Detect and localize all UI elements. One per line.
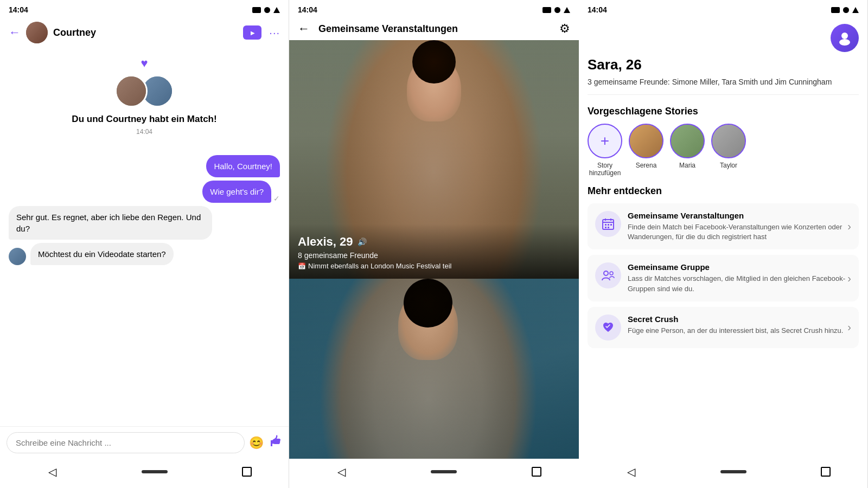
sara-name: Sara, 26: [588, 56, 859, 73]
nav-bar-3: ◁: [579, 459, 867, 488]
story-item-serena[interactable]: Serena: [629, 124, 663, 177]
add-story-avatar: +: [588, 124, 622, 158]
profile-card-2[interactable]: [289, 279, 579, 459]
discover-panel: 14:04 Sara, 26 3 gemeinsame Freunde: Sim…: [579, 0, 868, 488]
message-input[interactable]: [7, 432, 245, 453]
serena-avatar: [629, 124, 663, 158]
serena-label: Serena: [636, 162, 657, 169]
crush-card-content: Secret Crush Füge eine Person, an der du…: [628, 314, 847, 336]
wifi-icon: [273, 7, 280, 13]
message-row: Hallo, Courtney!: [9, 155, 280, 177]
story-item-taylor[interactable]: Taylor: [711, 124, 746, 177]
stories-row: + Story hinzufügen Serena Maria Taylor: [579, 124, 867, 185]
nav-back-3[interactable]: ◁: [616, 463, 646, 480]
match-text: Du und Courtney habt ein Match!: [72, 114, 216, 125]
events-card-arrow: ›: [847, 220, 851, 233]
profile-preview-row: [588, 24, 859, 52]
nav-recents-3[interactable]: [821, 467, 831, 477]
message-row: Möchtest du ein Videodate starten?: [9, 243, 280, 265]
discover-card-crush[interactable]: Secret Crush Füge eine Person, an der du…: [588, 307, 859, 348]
status-bar-3: 14:04: [579, 0, 867, 17]
svg-point-0: [841, 33, 848, 39]
wifi-icon-3: [852, 7, 859, 13]
events-card-desc: Finde dein Match bei Facebook-Veranstalt…: [628, 222, 847, 242]
discover-section-title: Mehr entdecken: [579, 185, 867, 197]
messages-container: Hallo, Courtney! Wie geht's dir? ✓ Sehr …: [9, 155, 280, 265]
signal-icon-3: [843, 7, 849, 13]
contact-avatar: [26, 22, 48, 43]
profile-name: Alexis, 29 🔊: [298, 235, 570, 249]
svg-point-11: [604, 271, 608, 275]
discover-card-events[interactable]: Gemeinsame Veranstaltungen Finde dein Ma…: [588, 203, 859, 249]
profile-cards-container: Alexis, 29 🔊 8 gemeinsame Freunde 📅 Nimm…: [289, 40, 579, 459]
wifi-icon-2: [564, 7, 570, 13]
status-bar-2: 14:04: [289, 0, 579, 17]
group-icon: [595, 262, 621, 288]
discover-card-group[interactable]: Gemeinsame Gruppe Lass dir Matches vorsc…: [588, 255, 859, 301]
message-status: ✓: [273, 194, 280, 203]
nav-home-2[interactable]: [431, 470, 457, 473]
nav-home-3[interactable]: [720, 470, 746, 473]
sender-avatar: [9, 248, 26, 265]
nav-recents-2[interactable]: [532, 467, 541, 477]
message-row: Wie geht's dir? ✓: [9, 181, 280, 203]
nav-bar-1: ◁: [0, 459, 289, 488]
match-avatars: [115, 75, 174, 107]
svg-point-12: [610, 272, 613, 275]
status-bar-1: 14:04: [0, 0, 289, 17]
profile-friends: 8 gemeinsame Freunde: [298, 251, 570, 260]
crush-card-arrow: ›: [847, 321, 851, 333]
maria-avatar: [670, 124, 705, 158]
battery-icon: [252, 7, 261, 13]
match-heart-icon: ♥: [141, 56, 148, 70]
maria-label: Maria: [679, 162, 695, 169]
events-panel: 14:04 ← Gemeinsame Veranstaltungen ⚙ Ale…: [289, 0, 579, 488]
back-button[interactable]: ←: [9, 25, 21, 40]
story-item-maria[interactable]: Maria: [670, 124, 705, 177]
discover-list: Gemeinsame Veranstaltungen Finde dein Ma…: [579, 203, 867, 459]
group-card-content: Gemeinsame Gruppe Lass dir Matches vorsc…: [628, 262, 847, 293]
crush-card-title: Secret Crush: [628, 314, 847, 324]
calendar-icon: 📅: [298, 262, 306, 270]
message-row: Sehr gut. Es regnet, aber ich liebe den …: [9, 206, 280, 240]
like-button[interactable]: [268, 434, 282, 452]
settings-icon[interactable]: ⚙: [559, 22, 570, 36]
voice-icon: 🔊: [358, 237, 367, 246]
svg-rect-8: [610, 224, 612, 226]
nav-back-2[interactable]: ◁: [327, 463, 356, 480]
events-card-title: Gemeinsame Veranstaltungen: [628, 211, 847, 220]
status-icons-1: [252, 7, 280, 13]
nav-back-1[interactable]: ◁: [37, 463, 67, 480]
my-avatar: [115, 75, 148, 107]
signal-icon-2: [554, 7, 560, 13]
chat-panel: 14:04 ← Courtney ··· ♥: [0, 0, 289, 488]
battery-icon-2: [542, 7, 551, 13]
discover-header-area: Sara, 26 3 gemeinsame Freunde: Simone Mi…: [579, 17, 867, 106]
group-card-arrow: ›: [847, 272, 851, 285]
events-title: Gemeinsame Veranstaltungen: [318, 23, 559, 35]
svg-rect-6: [605, 224, 607, 226]
events-back-button[interactable]: ←: [298, 22, 310, 36]
group-card-title: Gemeinsame Gruppe: [628, 262, 847, 272]
crush-card-desc: Füge eine Person, an der du interessiert…: [628, 326, 847, 336]
message-bubble: Wie geht's dir?: [202, 181, 271, 203]
contact-name: Courtney: [53, 27, 243, 38]
status-icons-2: [542, 7, 570, 13]
profile-card-alexis[interactable]: Alexis, 29 🔊 8 gemeinsame Freunde 📅 Nimm…: [289, 40, 579, 279]
message-bubble: Hallo, Courtney!: [206, 155, 280, 177]
taylor-label: Taylor: [720, 162, 737, 169]
profile-preview-avatar: [831, 24, 859, 52]
emoji-button[interactable]: 😊: [249, 436, 264, 450]
status-icons-3: [831, 7, 859, 13]
nav-recents-1[interactable]: [242, 467, 252, 477]
battery-icon-3: [831, 7, 840, 13]
add-story-item[interactable]: + Story hinzufügen: [588, 124, 622, 177]
more-options-button[interactable]: ···: [269, 27, 280, 39]
group-card-desc: Lass dir Matches vorschlagen, die Mitgli…: [628, 274, 847, 293]
match-time: 14:04: [136, 128, 152, 136]
video-call-button[interactable]: [243, 25, 261, 40]
svg-rect-9: [605, 227, 607, 228]
events-header: ← Gemeinsame Veranstaltungen ⚙: [289, 17, 579, 40]
nav-home-1[interactable]: [142, 470, 168, 473]
stories-section-title: Vorgeschlagene Stories: [579, 106, 867, 117]
